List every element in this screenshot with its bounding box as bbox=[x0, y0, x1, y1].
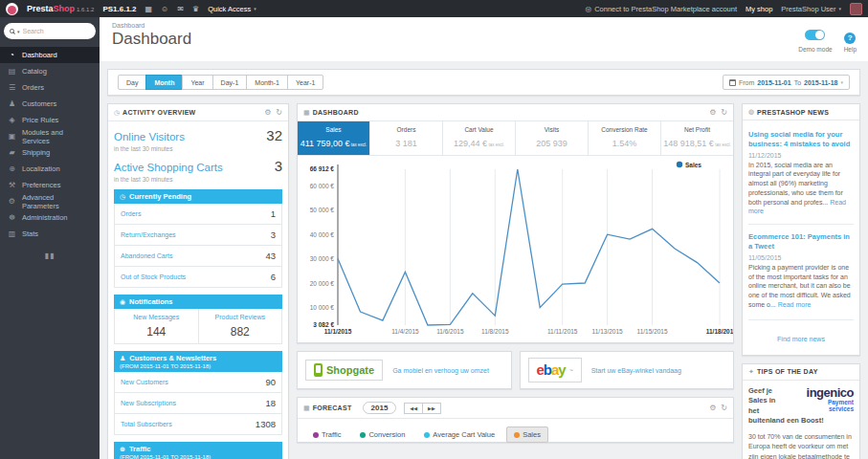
activity-overview-title: ACTIVITY OVERVIEW bbox=[122, 109, 195, 116]
gear-icon[interactable]: ⚙ bbox=[709, 404, 716, 412]
news-article-title[interactable]: Using social media for your business: 4 … bbox=[748, 130, 854, 149]
bell-icon: ◉ bbox=[120, 298, 125, 306]
metric-tile-sales[interactable]: Sales411 759,00 € tax excl. bbox=[298, 121, 370, 155]
activity-link-active-shopping-carts[interactable]: Active Shopping Carts bbox=[114, 162, 223, 173]
help-icon[interactable]: ? bbox=[844, 33, 856, 44]
table-row-new-subscriptions[interactable]: New Subscriptions18 bbox=[115, 393, 281, 414]
sidebar-menu: ◔Dashboard▤Catalog☰Orders♟Customers◈Pric… bbox=[0, 47, 100, 242]
svg-text:Sales: Sales bbox=[685, 162, 701, 168]
activity-link-online-visitors[interactable]: Online Visitors bbox=[114, 131, 185, 142]
sidebar-item-catalog[interactable]: ▤Catalog bbox=[0, 63, 100, 79]
table-row-new-customers[interactable]: New Customers90 bbox=[115, 372, 281, 393]
refresh-icon[interactable]: ↻ bbox=[276, 108, 282, 117]
ebay-promo: ebay™ Start uw eBay-winkel vandaag bbox=[520, 351, 735, 389]
notification-cell-new-messages[interactable]: New Messages144 bbox=[115, 309, 199, 343]
page-header: Dashboard Dashboard Demo mode ? Help bbox=[100, 17, 868, 61]
table-row-out-of-stock-products[interactable]: Out of Stock Products6 bbox=[115, 267, 281, 287]
forecast-tab-traffic[interactable]: Traffic bbox=[305, 426, 348, 443]
customers-topbar-icon[interactable]: ☺ bbox=[161, 5, 168, 13]
ebay-logo[interactable]: ebay™ bbox=[528, 358, 582, 382]
messages-icon[interactable]: ✉ bbox=[177, 5, 184, 13]
range-button-year-1[interactable]: Year-1 bbox=[287, 75, 323, 90]
sidebar-item-shipping[interactable]: ▰Shipping bbox=[0, 144, 100, 161]
sidebar-item-price-rules[interactable]: ◈Price Rules bbox=[0, 112, 100, 128]
activity-link-subtitle: in the last 30 minutes bbox=[114, 176, 223, 183]
from-date: 2015-11-01 bbox=[757, 79, 790, 86]
table-row-total-subscribers[interactable]: Total Subscribers1308 bbox=[115, 414, 281, 434]
metric-tile-orders[interactable]: Orders3 181 bbox=[370, 121, 443, 155]
sidebar-item-customers[interactable]: ♟Customers bbox=[0, 96, 100, 112]
prestashop-logo[interactable] bbox=[6, 3, 18, 15]
refresh-icon[interactable]: ↻ bbox=[721, 404, 727, 412]
advanced-parameters-icon: ⚙ bbox=[8, 197, 16, 206]
breadcrumb: Dashboard bbox=[112, 22, 191, 29]
metric-tile-visits[interactable]: Visits205 939 bbox=[516, 121, 589, 155]
sidebar-item-label: Administration bbox=[22, 213, 68, 222]
range-button-year[interactable]: Year bbox=[182, 75, 212, 90]
user-menu[interactable]: PrestaShop User▾ bbox=[781, 5, 841, 13]
marketplace-link[interactable]: ◎Connect to PrestaShop Marketplace accou… bbox=[586, 5, 737, 13]
cart-icon[interactable]: ▦ bbox=[145, 5, 153, 13]
sidebar-item-administration[interactable]: ☸Administration bbox=[0, 209, 100, 226]
currently-pending-header: ◷Currently Pending bbox=[114, 189, 282, 204]
badges-icon[interactable]: ♛ bbox=[192, 5, 199, 13]
range-button-month-1[interactable]: Month-1 bbox=[246, 75, 288, 90]
row-value: 3 bbox=[271, 230, 276, 240]
shopgate-promo-link[interactable]: Ga mobiel en verhoog uw omzet bbox=[392, 367, 489, 374]
date-range-picker[interactable]: From 2015-11-01 To 2015-11-18 ▾ bbox=[723, 75, 850, 90]
read-more-link[interactable]: Read more bbox=[748, 199, 846, 215]
cell-value: 882 bbox=[201, 325, 280, 339]
my-shop-link[interactable]: My shop bbox=[746, 5, 772, 13]
sidebar-item-modules-and-services[interactable]: ▣Modules and Services bbox=[0, 128, 100, 144]
quick-access-menu[interactable]: Quick Access▾ bbox=[208, 5, 256, 13]
gear-icon[interactable]: ⚙ bbox=[264, 108, 271, 117]
sidebar-item-stats[interactable]: ▥Stats bbox=[0, 226, 100, 242]
demo-mode-toggle[interactable] bbox=[805, 30, 825, 40]
ebay-promo-link[interactable]: Start uw eBay-winkel vandaag bbox=[591, 367, 681, 374]
sidebar-item-label: Dashboard bbox=[22, 51, 57, 59]
dashboard-content: DayMonthYearDay-1Month-1Year-1 From 2015… bbox=[100, 61, 868, 459]
ebay-letter: y bbox=[558, 361, 565, 378]
notifications-header: ◉Notifications bbox=[114, 295, 282, 309]
search-scope-caret-icon[interactable]: ▾ bbox=[17, 29, 20, 34]
marketplace-icon: ◎ bbox=[586, 5, 592, 13]
gear-icon[interactable]: ⚙ bbox=[709, 108, 716, 117]
activity-big-row: Online Visitorsin the last 30 minutes32 bbox=[114, 127, 282, 152]
sidebar-item-advanced-parameters[interactable]: ⚙Advanced Parameters bbox=[0, 193, 100, 209]
svg-text:30 000 €: 30 000 € bbox=[310, 255, 335, 262]
forecast-tab-average-cart-value[interactable]: Average Cart Value bbox=[416, 426, 502, 443]
read-more-link[interactable]: Read more bbox=[778, 301, 812, 308]
modules-icon: ▣ bbox=[8, 132, 16, 141]
table-row-orders[interactable]: Orders1 bbox=[115, 204, 281, 225]
metric-tile-cart-value[interactable]: Cart Value129,44 € tax excl. bbox=[443, 121, 516, 155]
svg-text:60 000 €: 60 000 € bbox=[310, 183, 335, 189]
forecast-tab-conversion[interactable]: Conversion bbox=[352, 426, 412, 443]
sidebar-search[interactable]: ▾ bbox=[4, 23, 96, 39]
forecast-tab-sales[interactable]: Sales bbox=[506, 426, 548, 443]
sidebar-item-localization[interactable]: ⊕Localization bbox=[0, 161, 100, 177]
svg-text:11/6/2015: 11/6/2015 bbox=[436, 328, 464, 335]
notification-cell-product-reviews[interactable]: Product Reviews882 bbox=[199, 309, 282, 343]
sidebar-collapse-button[interactable]: ▮▮ bbox=[0, 251, 100, 260]
sidebar-item-preferences[interactable]: ⚒Preferences bbox=[0, 177, 100, 193]
range-button-day-1[interactable]: Day-1 bbox=[212, 75, 248, 90]
forecast-next-button[interactable]: ▶▶ bbox=[422, 403, 441, 414]
table-row-return-exchanges[interactable]: Return/Exchanges3 bbox=[115, 225, 281, 246]
news-article: Using social media for your business: 4 … bbox=[748, 126, 854, 220]
find-more-news-link[interactable]: Find more news bbox=[777, 336, 825, 342]
metric-tile-net-profit[interactable]: Net Profit148 918,51 € tax excl. bbox=[661, 121, 733, 155]
forecast-prev-button[interactable]: ◀◀ bbox=[404, 403, 423, 414]
shopgate-logo[interactable]: Shopgate bbox=[305, 360, 383, 381]
search-input[interactable] bbox=[23, 28, 76, 34]
refresh-icon[interactable]: ↻ bbox=[721, 108, 727, 117]
metric-tile-conversion-rate[interactable]: Conversion Rate1.54% bbox=[589, 121, 661, 155]
range-button-day[interactable]: Day bbox=[118, 75, 146, 90]
metric-suffix: tax excl. bbox=[350, 142, 367, 147]
table-row-abandoned-carts[interactable]: Abandoned Carts43 bbox=[115, 246, 281, 267]
sidebar-item-dashboard[interactable]: ◔Dashboard bbox=[0, 47, 100, 63]
news-article-title[interactable]: Ecommerce 101: Payments in a Tweet bbox=[748, 232, 854, 251]
user-avatar[interactable] bbox=[850, 3, 862, 15]
news-panel-title: PRESTASHOP NEWS bbox=[757, 109, 829, 116]
sidebar-item-orders[interactable]: ☰Orders bbox=[0, 79, 100, 96]
range-button-month[interactable]: Month bbox=[145, 75, 183, 90]
